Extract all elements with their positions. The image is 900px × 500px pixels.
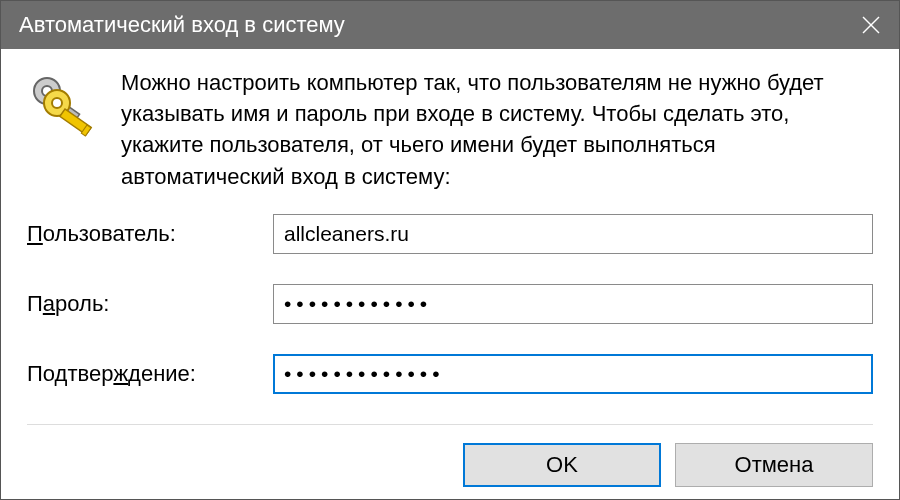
user-row: Пользователь: xyxy=(27,214,873,254)
window-title: Автоматический вход в систему xyxy=(19,12,843,38)
confirm-input[interactable] xyxy=(273,354,873,394)
user-input[interactable] xyxy=(273,214,873,254)
button-row: OK Отмена xyxy=(27,424,873,487)
close-icon xyxy=(862,16,880,34)
close-button[interactable] xyxy=(843,1,899,49)
confirm-label: Подтверждение: xyxy=(27,361,273,387)
password-label: Пароль: xyxy=(27,291,273,317)
cancel-button[interactable]: Отмена xyxy=(675,443,873,487)
info-row: Можно настроить компьютер так, что польз… xyxy=(27,67,873,192)
user-label: Пользователь: xyxy=(27,221,273,247)
keys-icon xyxy=(27,71,99,143)
dialog-description: Можно настроить компьютер так, что польз… xyxy=(121,67,873,192)
login-form: Пользователь: Пароль: Подтверждение: xyxy=(27,214,873,394)
auto-login-dialog: Автоматический вход в систему xyxy=(0,0,900,500)
password-row: Пароль: xyxy=(27,284,873,324)
svg-point-6 xyxy=(52,98,62,108)
password-input[interactable] xyxy=(273,284,873,324)
titlebar: Автоматический вход в систему xyxy=(1,1,899,49)
confirm-row: Подтверждение: xyxy=(27,354,873,394)
ok-button[interactable]: OK xyxy=(463,443,661,487)
dialog-content: Можно настроить компьютер так, что польз… xyxy=(1,49,899,499)
